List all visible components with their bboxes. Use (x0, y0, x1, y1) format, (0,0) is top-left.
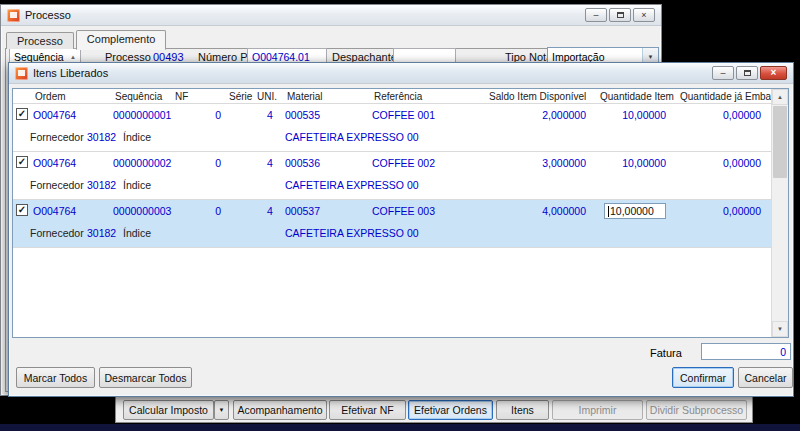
header-quantidade-item[interactable]: Quantidade Item (598, 89, 678, 103)
header-uni[interactable]: UNI. (255, 89, 285, 103)
row-detail-line: Fornecedor 30182 Índice CAFETEIRA EXPRES… (13, 227, 788, 243)
cell-serie (227, 104, 255, 126)
cell-quantidade-item[interactable]: 10,00000 10,00000 (598, 200, 678, 222)
cell-quantidade-ja-embarcada: 0,00000 (678, 104, 771, 126)
calcular-imposto-button[interactable]: Calcular Imposto (123, 400, 214, 420)
minimize-button[interactable]: – (712, 66, 734, 80)
maximize-icon (744, 70, 751, 76)
close-button[interactable]: × (633, 8, 655, 22)
close-button[interactable]: × (760, 66, 787, 80)
table-row[interactable]: ✓ O004764 0000000001 0 4 000535 COFFEE 0… (13, 104, 788, 152)
tab-complemento[interactable]: Complemento (76, 30, 166, 50)
header-checkbox-column (13, 89, 33, 103)
header-serie[interactable]: Série (227, 89, 255, 103)
cell-saldo-item-disponivel: 4,000000 (487, 200, 598, 222)
row-detail-line: Fornecedor 30182 Índice CAFETEIRA EXPRES… (13, 131, 788, 147)
checkbox-cell: ✓ (13, 200, 33, 222)
cell-material: 000536 (285, 152, 372, 174)
taskbar-edge (0, 424, 800, 431)
indice-label: Índice (123, 179, 151, 191)
dialog-window-controls: – × (712, 66, 787, 80)
cell-uni: 4 (255, 152, 285, 174)
minimize-icon: – (593, 11, 598, 20)
cell-quantidade-item[interactable]: 10,00000 10,00000 (598, 104, 678, 126)
text-caret-icon (608, 206, 609, 217)
fatura-label: Fatura (650, 347, 682, 359)
vertical-scrollbar[interactable]: ▲ ▼ (771, 89, 788, 337)
row-checkbox[interactable]: ✓ (16, 156, 28, 168)
cell-quantidade-ja-embarcada: 0,00000 (678, 152, 771, 174)
cell-serie (227, 200, 255, 222)
fornecedor-value: 30182 (87, 179, 116, 191)
indice-label: Índice (123, 131, 151, 143)
cell-ordem: O004764 (33, 200, 113, 222)
header-referencia[interactable]: Referência (372, 89, 487, 103)
maximize-button[interactable] (736, 66, 758, 80)
cell-uni: 4 (255, 104, 285, 126)
tab-processo[interactable]: Processo (6, 32, 74, 49)
cell-material: 000535 (285, 104, 372, 126)
scroll-up-icon[interactable]: ▲ (772, 89, 788, 105)
fornecedor-value: 30182 (87, 131, 116, 143)
fornecedor-label: Fornecedor (30, 179, 84, 191)
tipo-nota-value: Importação (548, 51, 642, 63)
checkbox-cell: ✓ (13, 152, 33, 174)
itens-button[interactable]: Itens (496, 400, 549, 420)
row-detail-line: Fornecedor 30182 Índice CAFETEIRA EXPRES… (13, 179, 788, 195)
cell-sequencia: 0000000002 (113, 152, 173, 174)
table-row[interactable]: ✓ O004764 0000000002 0 4 000536 COFFEE 0… (13, 152, 788, 200)
calcular-imposto-dropdown-button[interactable]: ▼ (214, 400, 229, 420)
checkmark-icon: ✓ (17, 205, 27, 215)
scroll-down-icon[interactable]: ▼ (772, 321, 788, 337)
quantidade-edit-input[interactable]: 10,00000 (604, 203, 666, 219)
minimize-button[interactable]: – (585, 8, 607, 22)
process-actions-toolbar: Calcular Imposto ▼ Acompanhamento Efetiv… (115, 396, 753, 423)
cell-material: 000537 (285, 200, 372, 222)
processo-tabs: Processo Complemento (6, 28, 168, 49)
table-row[interactable]: ✓ O004764 0000000003 0 4 000537 COFFEE 0… (13, 200, 788, 248)
table-header: Ordem Sequência NF Série UNI. Material R… (13, 89, 771, 104)
scrollbar-thumb[interactable] (773, 106, 787, 178)
fatura-input[interactable]: 0 (701, 343, 791, 360)
table-body: ✓ O004764 0000000001 0 4 000535 COFFEE 0… (13, 104, 788, 248)
efetivar-ordens-button[interactable]: Efetivar Ordens (408, 400, 493, 420)
cell-referencia: COFFEE 002 (372, 152, 487, 174)
maximize-button[interactable] (609, 8, 631, 22)
confirmar-button[interactable]: Confirmar (672, 367, 734, 388)
material-descricao: CAFETEIRA EXPRESSO 00 (285, 179, 419, 191)
header-sequencia[interactable]: Sequência (113, 89, 173, 103)
cell-nf: 0 (173, 104, 227, 126)
maximize-icon (617, 12, 624, 18)
cell-ordem: O004764 (33, 104, 113, 126)
acompanhamento-button[interactable]: Acompanhamento (233, 400, 327, 420)
minimize-icon: – (720, 69, 725, 78)
efetivar-nf-button[interactable]: Efetivar NF (329, 400, 406, 420)
desktop: Processo – × Processo Complemento Sequên… (0, 0, 800, 431)
header-material[interactable]: Material (285, 89, 372, 103)
imprimir-button[interactable]: Imprimir (552, 400, 643, 420)
processo-titlebar: Processo – × (1, 5, 661, 26)
header-nf[interactable]: NF (173, 89, 227, 103)
header-saldo-item-disponivel[interactable]: Saldo Item Disponível (487, 89, 598, 103)
cell-ordem: O004764 (33, 152, 113, 174)
checkmark-icon: ✓ (17, 157, 27, 167)
desmarcar-todos-button[interactable]: Desmarcar Todos (99, 367, 192, 388)
cell-saldo-item-disponivel: 3,000000 (487, 152, 598, 174)
marcar-todos-button[interactable]: Marcar Todos (16, 367, 95, 388)
row-checkbox[interactable]: ✓ (16, 204, 28, 216)
dividir-subprocesso-button[interactable]: Dividir Subprocesso (646, 400, 747, 420)
app-icon (15, 67, 28, 80)
cancelar-button[interactable]: Cancelar (738, 367, 793, 388)
indice-label: Índice (123, 227, 151, 239)
row-checkbox[interactable]: ✓ (16, 108, 28, 120)
close-icon: × (771, 68, 777, 78)
cell-quantidade-item[interactable]: 10,00000 10,00000 (598, 152, 678, 174)
sort-caret-icon: ▲ (70, 54, 76, 60)
itens-table: Ordem Sequência NF Série UNI. Material R… (12, 88, 789, 338)
chevron-down-icon: ▼ (219, 407, 225, 413)
header-ordem[interactable]: Ordem (33, 89, 113, 103)
checkbox-cell: ✓ (13, 104, 33, 126)
sequencia-label: Sequência (14, 51, 64, 63)
cell-nf: 0 (173, 152, 227, 174)
fornecedor-label: Fornecedor (30, 227, 84, 239)
